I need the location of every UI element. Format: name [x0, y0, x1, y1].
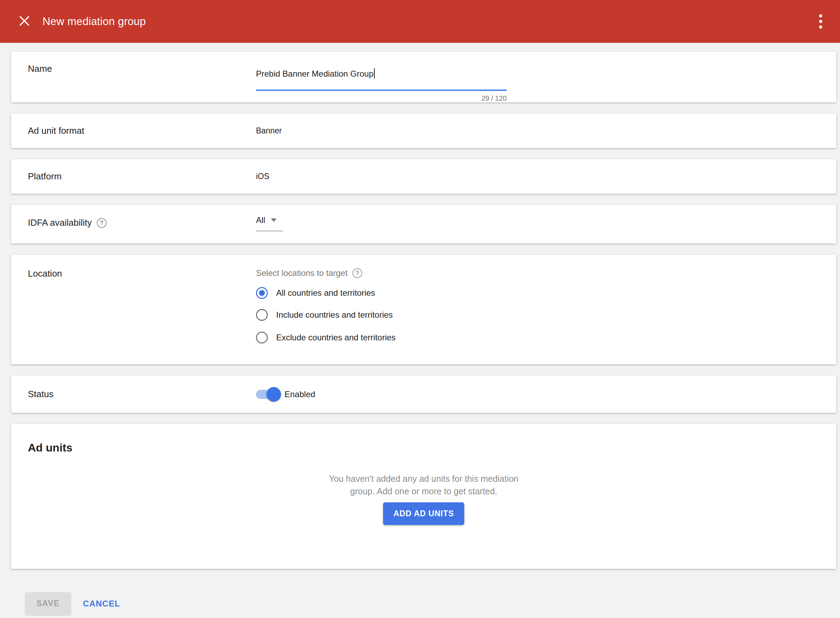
kebab-icon	[819, 13, 822, 30]
radio-unselected-icon	[256, 309, 268, 321]
toggle-thumb	[266, 387, 281, 402]
overflow-menu-button[interactable]	[813, 13, 827, 31]
cancel-button[interactable]: CANCEL	[83, 599, 120, 609]
footer-actions: SAVE CANCEL	[11, 592, 836, 615]
platform-label: Platform	[28, 171, 62, 181]
radio-unselected-icon	[256, 332, 268, 343]
ad-unit-format-label: Ad unit format	[28, 125, 84, 136]
radio-all-countries[interactable]: All countries and territories	[256, 287, 815, 299]
idfa-help-icon[interactable]: ?	[97, 218, 107, 228]
name-input-underline	[256, 89, 507, 91]
status-toggle[interactable]	[256, 390, 278, 399]
idfa-dropdown-underline	[256, 230, 283, 231]
status-value: Enabled	[285, 389, 315, 399]
name-input[interactable]: Prebid Banner Mediation Group	[256, 68, 507, 79]
status-card: Status Enabled	[11, 376, 836, 413]
idfa-label: IDFA availability	[28, 217, 92, 228]
ad-unit-format-card: Ad unit format Banner	[11, 114, 836, 148]
location-helper-text: Select locations to target	[256, 268, 347, 278]
name-label: Name	[28, 63, 52, 74]
save-button[interactable]: SAVE	[25, 592, 71, 615]
ad-units-empty-state: You haven't added any ad units for this …	[11, 472, 836, 525]
close-button[interactable]	[17, 14, 32, 29]
text-cursor	[374, 68, 375, 79]
location-label: Location	[28, 268, 62, 279]
page-title: New mediation group	[43, 15, 813, 28]
radio-selected-icon	[256, 287, 268, 299]
empty-state-line1: You haven't added any ad units for this …	[11, 472, 836, 485]
idfa-dropdown-value: All	[256, 215, 266, 225]
name-char-counter: 29 / 120	[256, 94, 507, 103]
location-help-icon[interactable]: ?	[352, 268, 362, 278]
radio-exclude-countries[interactable]: Exclude countries and territories	[256, 332, 815, 343]
status-label: Status	[28, 389, 53, 399]
platform-value: iOS	[256, 172, 269, 181]
radio-include-countries[interactable]: Include countries and territories	[256, 309, 815, 321]
close-icon	[18, 14, 31, 29]
empty-state-line2: group. Add one or more to get started.	[11, 485, 836, 498]
location-card: Location Select locations to target ? Al…	[11, 255, 836, 364]
add-ad-units-button[interactable]: ADD AD UNITS	[383, 502, 465, 525]
ad-units-heading: Ad units	[11, 441, 836, 454]
platform-card: Platform iOS	[11, 159, 836, 194]
form-content: Name Prebid Banner Mediation Group 29 / …	[0, 43, 840, 615]
idfa-dropdown[interactable]: All	[256, 215, 283, 231]
name-card: Name Prebid Banner Mediation Group 29 / …	[11, 52, 836, 103]
name-input-value: Prebid Banner Mediation Group	[256, 69, 374, 79]
idfa-availability-card: IDFA availability ? All	[11, 205, 836, 244]
app-bar: New mediation group	[0, 0, 840, 43]
ad-units-card: Ad units You haven't added any ad units …	[11, 424, 836, 569]
chevron-down-icon	[271, 218, 276, 222]
ad-unit-format-value: Banner	[256, 126, 282, 135]
